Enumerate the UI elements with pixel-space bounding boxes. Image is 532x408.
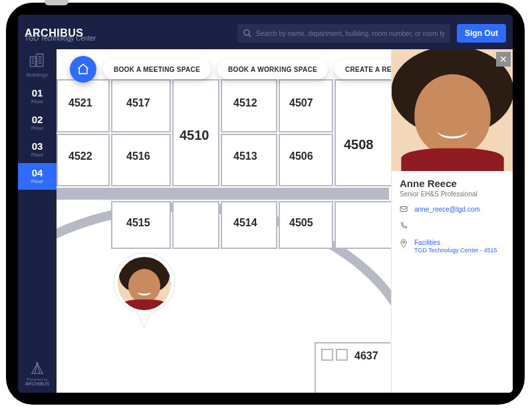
tablet-frame: ARCHIBUS Sign Out TGD Technology Center … <box>6 3 525 405</box>
person-card-body: Anne Reece Senior EH&S Professional anne… <box>392 171 513 260</box>
floor-number: 02 <box>18 114 57 125</box>
room-label: 4505 <box>289 217 313 229</box>
floor-number: 04 <box>18 167 57 178</box>
room-label: 4514 <box>233 217 257 229</box>
floor-canvas: 4521 4517 4512 4507 4510 4508 4522 4516 <box>57 49 513 393</box>
svg-rect-12 <box>400 207 407 212</box>
person-name: Anne Reece <box>400 178 505 189</box>
home-button[interactable] <box>70 56 96 83</box>
floor-label: Floor <box>18 152 57 158</box>
floor-item-03[interactable]: 03 Floor <box>18 136 57 163</box>
close-icon: ✕ <box>499 54 507 65</box>
svg-point-13 <box>403 242 405 244</box>
location-pin-icon <box>400 239 409 250</box>
tablet-notch <box>45 0 68 5</box>
person-location-link[interactable]: TGD Technology Center - 4515 <box>414 247 497 254</box>
person-location-block: Facilities TGD Technology Center - 4515 <box>414 239 497 254</box>
svg-point-0 <box>244 30 249 35</box>
floor-item-01[interactable]: 01 Floor <box>18 83 57 110</box>
floor-number: 01 <box>18 87 57 99</box>
powered-by: Powered by ARCHIBUS <box>25 361 49 386</box>
person-email-link[interactable]: anne_reece@tgd.com <box>414 206 480 213</box>
svg-line-1 <box>249 35 251 37</box>
room-label: 4508 <box>344 137 374 152</box>
room-unlabeled-1[interactable] <box>172 201 219 249</box>
search-icon <box>243 29 252 38</box>
room-label: 4521 <box>68 97 92 109</box>
floor-item-04[interactable]: 04 Floor <box>18 163 57 190</box>
powered-line2: ARCHIBUS <box>25 381 49 386</box>
buildings-label: Buildings <box>27 72 48 78</box>
action-bar: BOOK A MEETING SPACE BOOK A WORKING SPAC… <box>70 56 426 83</box>
room-label: 4515 <box>126 217 150 229</box>
person-department-link[interactable]: Facilities <box>414 239 440 246</box>
close-card-button[interactable]: ✕ <box>496 52 511 67</box>
book-meeting-button[interactable]: BOOK A MEETING SPACE <box>103 59 211 79</box>
home-icon <box>76 63 90 76</box>
archibus-logo-icon <box>30 361 45 376</box>
svg-rect-3 <box>37 54 43 67</box>
floor-number: 03 <box>18 140 57 152</box>
room-label: 4510 <box>180 128 209 143</box>
person-map-pin[interactable] <box>110 249 179 331</box>
search-input[interactable] <box>256 30 445 37</box>
person-card: ✕ Anne Reece Senior EH&S Professional an… <box>391 49 513 393</box>
room-4508[interactable] <box>334 79 391 186</box>
sign-out-button[interactable]: Sign Out <box>457 24 506 43</box>
room-label: 4512 <box>233 97 257 109</box>
room-4637-inset <box>321 349 333 361</box>
top-bar: ARCHIBUS Sign Out <box>25 19 506 48</box>
room-label: 4522 <box>68 150 92 162</box>
search-box[interactable] <box>237 24 450 43</box>
room-unlabeled-2[interactable] <box>334 201 391 249</box>
person-role: Senior EH&S Professional <box>400 190 505 198</box>
left-rail: Buildings 01 Floor 02 Floor 03 Floor 04 … <box>18 49 57 393</box>
room-label: 4513 <box>233 150 257 162</box>
site-subtitle: TGD Technology Center <box>25 35 96 42</box>
room-label: 4517 <box>126 97 150 109</box>
floor-item-02[interactable]: 02 Floor <box>18 110 57 136</box>
book-working-button[interactable]: BOOK A WORKING SPACE <box>217 59 328 79</box>
app-screen: ARCHIBUS Sign Out TGD Technology Center … <box>18 15 513 393</box>
phone-row <box>400 222 505 231</box>
floor-label: Floor <box>18 178 57 184</box>
room-label: 4516 <box>126 150 150 162</box>
room-4637-inset2 <box>336 349 348 361</box>
corridor-h <box>57 188 389 200</box>
email-row: anne_reece@tgd.com <box>400 206 505 214</box>
room-label: 4507 <box>289 97 313 109</box>
location-row: Facilities TGD Technology Center - 4515 <box>400 239 505 254</box>
floor-label: Floor <box>18 125 57 131</box>
person-photo: ✕ <box>392 49 513 171</box>
floor-label: Floor <box>18 99 57 104</box>
person-pin-avatar <box>118 257 171 310</box>
svg-point-11 <box>37 363 38 364</box>
phone-icon <box>400 222 409 231</box>
room-label: 4506 <box>289 150 313 162</box>
room-label: 4637 <box>354 350 378 362</box>
buildings-icon <box>29 52 46 71</box>
email-icon <box>400 206 409 214</box>
